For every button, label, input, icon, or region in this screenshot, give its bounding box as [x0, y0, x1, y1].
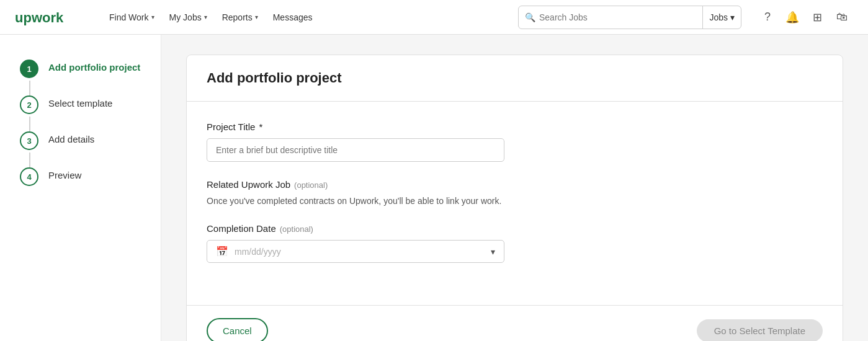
- bell-icon: 🔔: [785, 11, 799, 24]
- project-title-label: Project Title: [207, 122, 255, 132]
- search-bar: 🔍 Jobs ▾: [518, 6, 741, 29]
- main-layout: 1 Add portfolio project 2 Select templat…: [0, 35, 868, 341]
- nav-reports[interactable]: Reports ▾: [216, 9, 264, 26]
- notifications-bell-button[interactable]: 🔔: [781, 6, 803, 29]
- search-input[interactable]: [539, 12, 696, 22]
- portfolio-card: Add portfolio project Project Title * Re…: [186, 55, 843, 341]
- main-content: Add portfolio project Project Title * Re…: [161, 35, 868, 341]
- app-header: upwork Find Work ▾ My Jobs ▾ Reports ▾ M…: [0, 0, 868, 35]
- card-header: Add portfolio project: [187, 55, 843, 102]
- nav-find-work[interactable]: Find Work ▾: [103, 9, 161, 26]
- step-1-circle: 1: [20, 60, 38, 78]
- main-nav: Find Work ▾ My Jobs ▾ Reports ▾ Messages: [103, 9, 503, 26]
- step-3: 3 Add details: [20, 131, 141, 167]
- search-type-dropdown[interactable]: Jobs ▾: [702, 6, 741, 29]
- svg-text:upwork: upwork: [15, 10, 64, 25]
- step-1: 1 Add portfolio project: [20, 60, 141, 95]
- upwork-logo[interactable]: upwork: [15, 9, 78, 26]
- grid-icon: ⊞: [813, 11, 822, 24]
- step-4-label: Preview: [48, 167, 81, 180]
- step-4-circle: 4: [20, 167, 38, 186]
- reports-chevron-icon: ▾: [255, 14, 258, 20]
- project-title-input[interactable]: [207, 138, 504, 162]
- step-2: 2 Select template: [20, 95, 141, 131]
- step-4: 4 Preview: [20, 167, 141, 203]
- go-to-select-template-button[interactable]: Go to Select Template: [697, 319, 823, 341]
- project-title-required: *: [259, 122, 262, 132]
- completion-date-group: Completion Date (optional) 📅 mm/dd/yyyy …: [207, 223, 823, 263]
- step-3-label: Add details: [48, 131, 94, 144]
- related-job-label: Related Upwork Job: [207, 179, 290, 190]
- related-job-description: Once you've completed contracts on Upwor…: [207, 196, 823, 206]
- step-2-label: Select template: [48, 95, 112, 108]
- project-title-group: Project Title *: [207, 122, 823, 162]
- nav-my-jobs[interactable]: My Jobs ▾: [163, 9, 213, 26]
- page-title: Add portfolio project: [207, 70, 823, 86]
- card-footer: Cancel Go to Select Template: [187, 305, 843, 341]
- date-picker-chevron-icon: ▾: [491, 247, 495, 257]
- calendar-icon: 📅: [216, 246, 228, 257]
- search-input-wrap: 🔍: [519, 12, 702, 22]
- stepper-sidebar: 1 Add portfolio project 2 Select templat…: [0, 35, 161, 341]
- search-dropdown-chevron-icon: ▾: [730, 12, 735, 22]
- help-button[interactable]: ?: [756, 6, 779, 29]
- completion-date-label-row: Completion Date (optional): [207, 223, 823, 234]
- date-picker-value: mm/dd/yyyy: [235, 247, 491, 257]
- shopping-bag-button[interactable]: 🛍: [831, 6, 853, 29]
- related-job-label-row: Related Upwork Job (optional): [207, 179, 823, 190]
- bag-icon: 🛍: [836, 11, 848, 24]
- cancel-button[interactable]: Cancel: [207, 318, 268, 341]
- grid-menu-button[interactable]: ⊞: [806, 6, 828, 29]
- card-body: Project Title * Related Upwork Job (opti…: [187, 102, 843, 305]
- step-3-circle: 3: [20, 131, 38, 150]
- step-1-label: Add portfolio project: [48, 60, 140, 73]
- related-job-group: Related Upwork Job (optional) Once you'v…: [207, 179, 823, 206]
- my-jobs-chevron-icon: ▾: [204, 14, 207, 20]
- completion-date-label: Completion Date: [207, 223, 276, 234]
- find-work-chevron-icon: ▾: [151, 14, 154, 20]
- step-2-circle: 2: [20, 95, 38, 114]
- header-icons: ? 🔔 ⊞ 🛍: [756, 6, 853, 29]
- completion-date-optional: (optional): [280, 224, 313, 234]
- related-job-optional: (optional): [294, 180, 328, 190]
- help-icon: ?: [764, 11, 771, 24]
- search-icon: 🔍: [525, 12, 535, 22]
- nav-messages[interactable]: Messages: [267, 9, 319, 26]
- project-title-label-row: Project Title *: [207, 122, 823, 132]
- date-picker[interactable]: 📅 mm/dd/yyyy ▾: [207, 240, 504, 263]
